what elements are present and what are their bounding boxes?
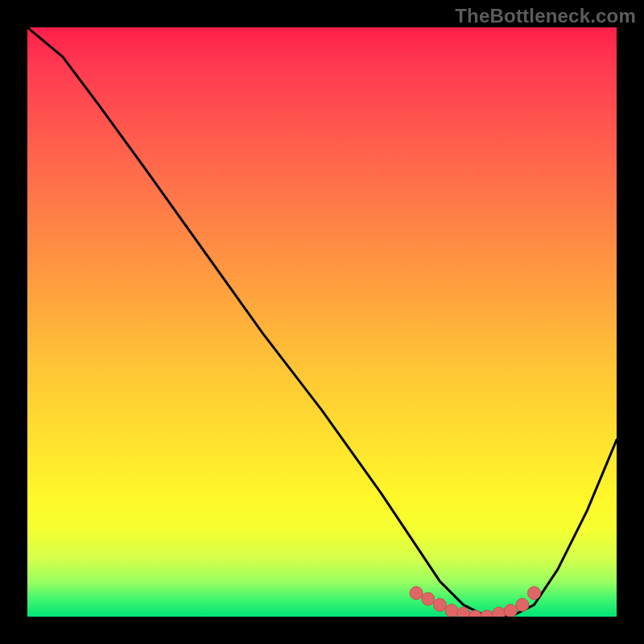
optimal-marker: [481, 610, 493, 617]
watermark-text: TheBottleneck.com: [455, 5, 636, 27]
optimal-marker: [504, 605, 517, 617]
optimal-marker: [445, 605, 458, 617]
optimal-marker: [493, 607, 506, 617]
bottleneck-curve: [27, 27, 617, 617]
optimal-marker: [433, 598, 446, 611]
plot-area: [27, 27, 617, 617]
chart-frame: TheBottleneck.com: [0, 0, 644, 644]
optimal-marker: [457, 607, 470, 617]
optimal-marker: [528, 587, 541, 600]
curve-svg: [27, 27, 617, 617]
optimal-marker: [410, 587, 423, 600]
optimal-marker: [422, 592, 435, 605]
optimal-marker: [469, 610, 481, 617]
optimal-marker: [516, 598, 529, 611]
